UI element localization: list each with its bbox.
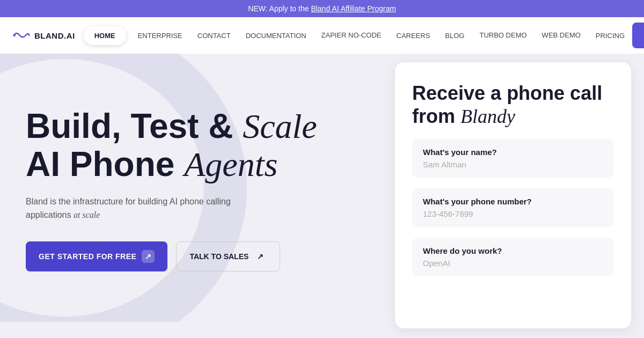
main-content: Build, Test & Scale AI Phone Agents Blan… — [0, 54, 644, 337]
login-button[interactable]: LOGIN ↗ — [632, 23, 644, 48]
home-button[interactable]: HOME — [84, 26, 126, 45]
company-placeholder: OpenAI — [423, 259, 603, 268]
name-field[interactable]: What's your name? Sam Altman — [412, 139, 614, 178]
hero-title-scale: Scale — [243, 107, 317, 145]
card-title-italic: Blandy — [460, 106, 515, 127]
phone-call-card: Receive a phone call from Blandy What's … — [395, 62, 631, 328]
hero-title-line1: Build, Test & Scale — [26, 107, 317, 145]
name-placeholder: Sam Altman — [423, 160, 603, 169]
get-started-label: GET STARTED FOR FREE — [39, 252, 136, 261]
logo-area: BLAND.AI — [13, 30, 75, 41]
company-label: Where do you work? — [423, 246, 603, 255]
nav-documentation[interactable]: DOCUMENTATION — [238, 27, 314, 44]
nav-zapier[interactable]: ZAPIER NO-CODE — [314, 27, 389, 45]
get-started-arrow-icon: ↗ — [142, 250, 155, 263]
hero-title: Build, Test & Scale AI Phone Agents — [26, 107, 369, 184]
card-title: Receive a phone call from Blandy — [412, 82, 614, 128]
nav-careers[interactable]: CAREERS — [389, 27, 438, 44]
phone-placeholder: 123-456-7899 — [423, 209, 603, 218]
name-label: What's your name? — [423, 148, 603, 157]
svg-point-0 — [13, 34, 16, 36]
navbar: BLAND.AI HOME ENTERPRISE CONTACT DOCUMEN… — [0, 17, 644, 54]
hero-section: Build, Test & Scale AI Phone Agents Blan… — [0, 54, 395, 337]
hero-buttons: GET STARTED FOR FREE ↗ TALK TO SALES ↗ — [26, 241, 369, 271]
logo-text[interactable]: BLAND.AI — [34, 31, 75, 40]
phone-label: What's your phone number? — [423, 197, 603, 206]
hero-title-line2: AI Phone Agents — [26, 145, 277, 183]
talk-sales-label: TALK TO SALES — [189, 252, 248, 261]
nav-blog[interactable]: BLOG — [437, 27, 472, 44]
hero-subtitle-text: Bland is the infrastructure for building… — [26, 197, 231, 220]
nav-pricing[interactable]: PRICING — [588, 27, 632, 44]
hero-title-agents: Agents — [184, 145, 277, 183]
nav-contact[interactable]: CONTACT — [190, 27, 238, 44]
nav-enterprise[interactable]: ENTERPRISE — [130, 27, 190, 44]
hero-subtitle-italic: at scale — [74, 210, 100, 219]
hero-subtitle: Bland is the infrastructure for building… — [26, 195, 251, 222]
banner-text: NEW: Apply to the — [248, 4, 311, 13]
logo-icon — [13, 30, 30, 41]
nav-turbo-demo[interactable]: TURBO DEMO — [472, 27, 534, 45]
talk-to-sales-button[interactable]: TALK TO SALES ↗ — [176, 241, 280, 271]
phone-field[interactable]: What's your phone number? 123-456-7899 — [412, 188, 614, 227]
top-banner: NEW: Apply to the Bland AI Affiliate Pro… — [0, 0, 644, 17]
talk-sales-arrow-icon: ↗ — [254, 250, 267, 263]
banner-link[interactable]: Bland AI Affiliate Program — [311, 4, 396, 13]
get-started-button[interactable]: GET STARTED FOR FREE ↗ — [26, 241, 167, 271]
company-field[interactable]: Where do you work? OpenAI — [412, 238, 614, 276]
nav-web-demo[interactable]: WEB DEMO — [535, 27, 588, 45]
